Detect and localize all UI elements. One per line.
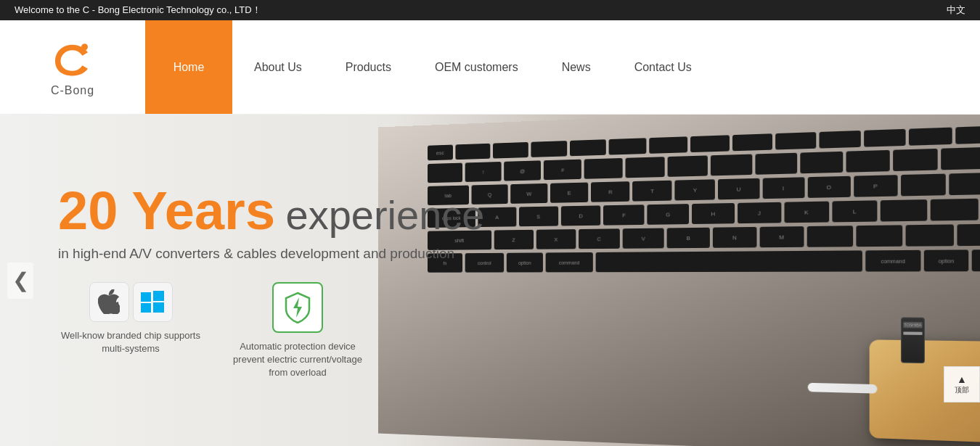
welcome-text: Welcome to the C - Bong Electronic Techn…: [15, 4, 261, 17]
apple-logo-icon: [98, 289, 120, 314]
windows-icon-box: [133, 282, 173, 322]
feature-protection-text: Automatic protection device prevent elec…: [225, 340, 370, 380]
prev-arrow[interactable]: ❮: [7, 263, 33, 299]
features-row: Well-know branded chip supports multi-sy…: [58, 282, 485, 380]
protection-icon-box: [272, 282, 323, 333]
language-switcher[interactable]: 中文: [947, 4, 965, 17]
svg-rect-3: [141, 303, 151, 313]
nav-oem[interactable]: OEM customers: [413, 20, 540, 114]
hero-section: esc: [0, 115, 980, 446]
nav-products[interactable]: Products: [324, 20, 413, 114]
top-bar: Welcome to the C - Bong Electronic Techn…: [0, 0, 980, 20]
svg-rect-2: [153, 291, 164, 301]
nav-contact[interactable]: Contact Us: [613, 20, 714, 114]
logo-icon: [51, 38, 94, 81]
back-to-top-button[interactable]: ▲ 顶部: [944, 366, 980, 402]
feature-chip-text: Well-know branded chip supports multi-sy…: [58, 329, 203, 355]
feature-chip: Well-know branded chip supports multi-sy…: [58, 282, 203, 380]
lightning-shield-icon: [283, 292, 312, 323]
hero-title: 20 Years experience: [58, 181, 485, 240]
nav-news[interactable]: News: [540, 20, 613, 114]
apple-icon-box: [89, 282, 129, 322]
logo-text: C-Bong: [51, 84, 94, 97]
back-to-top-arrow: ▲: [957, 373, 967, 385]
main-nav: Home About Us Products OEM customers New…: [145, 20, 980, 114]
nav-home[interactable]: Home: [145, 20, 232, 114]
back-to-top-label: 顶部: [955, 385, 969, 395]
feature-protection: Automatic protection device prevent elec…: [225, 282, 370, 380]
svg-point-0: [81, 44, 88, 50]
svg-marker-5: [293, 297, 302, 318]
hero-subtitle: in high-end A/V converters & cables deve…: [58, 246, 485, 262]
nav-about-us[interactable]: About Us: [232, 20, 324, 114]
svg-rect-1: [141, 292, 151, 302]
logo-area: C-Bong: [0, 20, 145, 114]
chip-icons: [89, 282, 173, 322]
windows-logo-icon: [140, 289, 165, 314]
hero-content: 20 Years experience in high-end A/V conv…: [0, 181, 485, 380]
header: C-Bong Home About Us Products OEM custom…: [0, 20, 980, 115]
svg-rect-4: [153, 302, 164, 313]
